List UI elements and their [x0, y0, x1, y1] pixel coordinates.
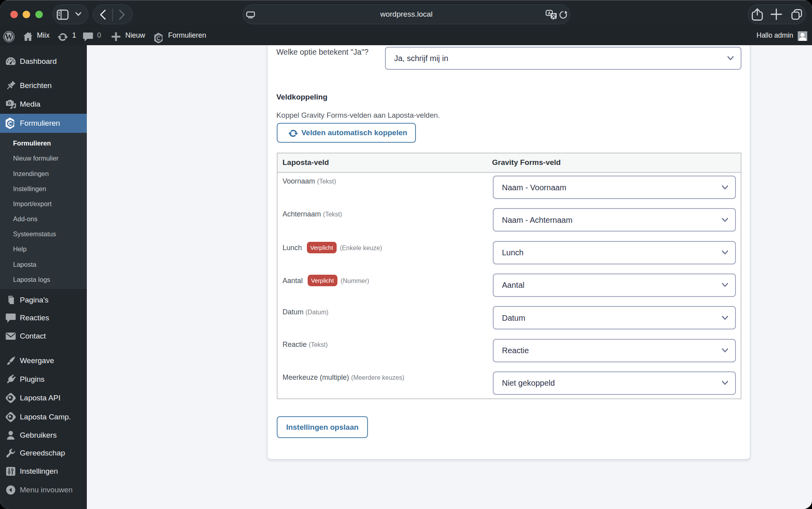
- svg-text:W: W: [5, 33, 13, 41]
- svg-text:A: A: [548, 11, 550, 15]
